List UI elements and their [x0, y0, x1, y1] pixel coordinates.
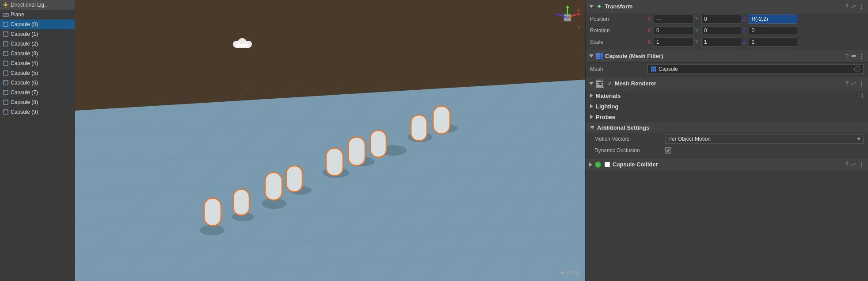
- sidebar-item-capsule-1-label: Capsule (1): [11, 31, 38, 37]
- transform-menu-btn[interactable]: ⋮: [859, 3, 864, 10]
- svg-marker-87: [566, 5, 569, 8]
- lighting-row[interactable]: Lighting: [586, 101, 868, 112]
- svg-marker-84: [577, 12, 580, 16]
- mesh-filter-help-btn[interactable]: ?: [845, 53, 849, 59]
- position-row: Position X Y Z: [586, 13, 868, 25]
- mesh-renderer-title: Mesh Renderer: [615, 80, 843, 87]
- capsule-collider-header-icons: ? ⇌ ⋮: [845, 161, 864, 168]
- rot-y-input[interactable]: [701, 26, 741, 35]
- svg-rect-71: [265, 173, 282, 200]
- capsule-collider-help-btn[interactable]: ?: [845, 161, 849, 168]
- mesh-label: Mesh: [590, 66, 647, 72]
- svg-marker-89: [556, 12, 558, 16]
- transform-collapse-arrow[interactable]: [589, 5, 594, 8]
- sidebar-item-capsule-4-label: Capsule (4): [11, 60, 38, 66]
- mesh-renderer-checkbox[interactable]: ✓: [608, 81, 612, 87]
- rot-x-input[interactable]: [654, 26, 693, 35]
- capsule-collider-icon: [595, 162, 601, 168]
- position-fields: X Y Z: [647, 15, 864, 23]
- capsule-collider-collapse-arrow[interactable]: [589, 162, 592, 167]
- mesh-renderer-collapse-arrow[interactable]: [589, 82, 594, 85]
- dynamic-occlusion-checkbox[interactable]: ✓: [665, 147, 671, 154]
- motion-vectors-label: Motion Vectors: [594, 136, 665, 142]
- capsule-collider-settings-btn[interactable]: ⇌: [851, 161, 856, 168]
- sidebar-item-capsule-1[interactable]: Capsule (1): [0, 29, 75, 39]
- transform-help-btn[interactable]: ?: [845, 3, 849, 10]
- materials-collapse-arrow: [590, 93, 593, 98]
- scale-row: Scale X Y Z: [586, 36, 868, 48]
- lighting-label: Lighting: [596, 103, 864, 110]
- sidebar-item-plane-label: Plane: [11, 12, 24, 18]
- scale-x-input[interactable]: [654, 38, 693, 46]
- capsule-9-icon: [3, 109, 9, 115]
- hierarchy-panel: Directional Lig... Plane Capsule (0) Cap…: [0, 0, 75, 281]
- sidebar-item-capsule-5[interactable]: Capsule (5): [0, 68, 75, 78]
- transform-icon: ✦: [596, 2, 602, 11]
- mesh-field[interactable]: Capsule ○: [647, 64, 864, 74]
- sidebar-item-capsule-9[interactable]: Capsule (9): [0, 107, 75, 117]
- mesh-circle-btn[interactable]: ○: [854, 66, 860, 72]
- sidebar-item-directional-light[interactable]: Directional Lig...: [0, 0, 75, 10]
- pos-y-label: Y: [695, 16, 699, 22]
- motion-vectors-row: Motion Vectors Per Object Motion: [586, 133, 868, 145]
- dynamic-occlusion-label: Dynamic Occlusion: [594, 147, 665, 154]
- capsule-collider-menu-btn[interactable]: ⋮: [859, 161, 864, 168]
- transform-settings-btn[interactable]: ⇌: [851, 3, 856, 10]
- mesh-filter-icon: [596, 53, 602, 59]
- additional-settings-collapse-arrow: [590, 126, 594, 129]
- probes-row[interactable]: Probes: [586, 112, 868, 122]
- motion-vectors-dropdown[interactable]: Per Object Motion: [665, 134, 864, 144]
- capsule-collider-title: Capsule Collider: [613, 161, 843, 168]
- sidebar-item-capsule-6[interactable]: Capsule (6): [0, 78, 75, 88]
- svg-line-7: [6, 14, 8, 16]
- mesh-field-icon: [651, 66, 656, 71]
- sidebar-item-plane[interactable]: Plane: [0, 10, 75, 19]
- mesh-filter-component-header[interactable]: Capsule (Mesh Filter) ? ⇌ ⋮: [586, 50, 868, 63]
- sidebar-item-capsule-7-label: Capsule (7): [11, 89, 38, 96]
- sidebar-item-capsule-4[interactable]: Capsule (4): [0, 58, 75, 68]
- scene-viewport[interactable]: ◄ Persp X Z: [75, 0, 585, 281]
- dynamic-occlusion-checkmark: ✓: [666, 148, 670, 153]
- scale-y-input[interactable]: [701, 38, 741, 46]
- svg-rect-77: [433, 106, 450, 134]
- mesh-renderer-component-header[interactable]: ✓ Mesh Renderer ? ⇌ ⋮: [586, 77, 868, 90]
- capsule-6-icon: [3, 80, 9, 86]
- svg-point-60: [200, 225, 225, 235]
- sidebar-item-capsule-8[interactable]: Capsule (8): [0, 97, 75, 107]
- mesh-renderer-settings-btn[interactable]: ⇌: [851, 80, 856, 87]
- mesh-filter-menu-btn[interactable]: ⋮: [859, 53, 864, 59]
- sidebar-item-capsule-0[interactable]: Capsule (0): [0, 19, 75, 29]
- pos-y-input[interactable]: [701, 15, 741, 23]
- mesh-renderer-menu-btn[interactable]: ⋮: [859, 80, 864, 87]
- svg-rect-81: [236, 44, 248, 48]
- rot-x-label: X: [647, 27, 651, 34]
- sidebar-item-capsule-3-label: Capsule (3): [11, 50, 38, 57]
- additional-settings-row[interactable]: Additional Settings: [586, 122, 868, 133]
- motion-vectors-dropdown-arrow: [857, 138, 860, 140]
- svg-rect-70: [233, 189, 249, 215]
- sidebar-item-capsule-6-label: Capsule (6): [11, 80, 38, 86]
- transform-component-header[interactable]: ✦ Transform ? ⇌ ⋮: [586, 0, 868, 13]
- sidebar-item-directional-light-label: Directional Lig...: [11, 2, 49, 8]
- svg-rect-69: [204, 198, 221, 226]
- gizmo-svg: X Z: [554, 4, 581, 31]
- rot-z-input[interactable]: [749, 26, 797, 35]
- probes-collapse-arrow: [590, 115, 593, 119]
- mesh-filter-collapse-arrow[interactable]: [589, 54, 594, 58]
- capsule-collider-component-header[interactable]: Capsule Collider ? ⇌ ⋮: [586, 158, 868, 171]
- pos-z-input[interactable]: [749, 15, 797, 23]
- svg-rect-74: [348, 137, 365, 166]
- materials-label: Materials: [596, 92, 860, 99]
- sidebar-item-capsule-3[interactable]: Capsule (3): [0, 49, 75, 58]
- mesh-filter-settings-btn[interactable]: ⇌: [851, 53, 856, 59]
- sidebar-item-capsule-7[interactable]: Capsule (7): [0, 88, 75, 97]
- capsule-7-icon: [3, 89, 9, 96]
- scene-gizmo[interactable]: X Z: [554, 4, 581, 31]
- svg-rect-72: [286, 166, 302, 192]
- scale-z-input[interactable]: [749, 38, 797, 46]
- pos-x-input[interactable]: [654, 15, 693, 23]
- sidebar-item-capsule-2[interactable]: Capsule (2): [0, 39, 75, 49]
- materials-row[interactable]: Materials 1: [586, 90, 868, 101]
- mesh-renderer-help-btn[interactable]: ?: [845, 80, 849, 87]
- mesh-value: Capsule: [659, 66, 853, 72]
